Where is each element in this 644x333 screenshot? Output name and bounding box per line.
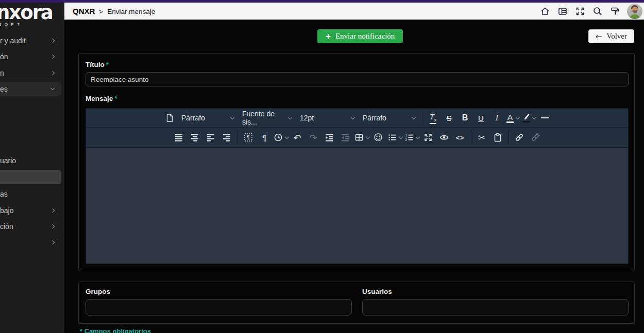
search-icon[interactable] (592, 6, 603, 17)
sidebar-item-expanded[interactable]: es (0, 82, 61, 96)
editor-content-area[interactable] (86, 148, 628, 264)
italic-icon[interactable]: I (489, 111, 505, 125)
plus-icon: + (326, 32, 331, 41)
accent-strip (0, 0, 644, 3)
paragraph-marks-icon[interactable]: ¶ (257, 130, 273, 145)
layout-icon[interactable] (557, 6, 568, 17)
chevron-down-icon (516, 115, 520, 119)
breadcrumb-separator: > (99, 8, 103, 15)
chevron-right-icon (50, 208, 55, 213)
svg-text:1: 1 (405, 133, 407, 137)
chevron-down-icon (415, 134, 419, 138)
grupos-label: Grupos (86, 288, 352, 295)
sidebar-item-usuario[interactable]: uario (0, 153, 61, 168)
toolbar-separator (422, 111, 422, 125)
align-right-icon[interactable] (219, 130, 235, 145)
source-code-icon[interactable]: <> (452, 130, 468, 145)
usuarios-input[interactable] (362, 299, 629, 316)
sidebar-item-2[interactable]: ón (0, 49, 61, 64)
chevron-down-icon (398, 134, 402, 138)
chevron-down-icon (532, 115, 536, 119)
rich-text-editor: Párrafo Fuente de sis... 12pt Párrafo (86, 108, 629, 264)
align-justify-icon[interactable] (171, 130, 187, 145)
home-icon[interactable] (539, 6, 551, 17)
redo-icon[interactable]: ↷ (306, 130, 321, 145)
chevron-right-icon (50, 240, 55, 244)
svg-text:¶: ¶ (247, 135, 249, 141)
chevron-right-icon (50, 224, 55, 229)
bullet-list-icon[interactable] (386, 130, 403, 145)
text-color-icon[interactable]: A (505, 111, 521, 125)
highlight-color-bar (522, 121, 530, 122)
avatar-shirt (630, 14, 640, 19)
emoticons-icon[interactable]: ☺ (370, 130, 386, 145)
underline-icon[interactable]: U (473, 111, 489, 125)
chevron-down-icon (50, 86, 55, 90)
indent-icon[interactable] (321, 130, 337, 145)
paste-icon[interactable] (490, 130, 506, 145)
align-center-icon[interactable] (187, 130, 203, 145)
app-logo: nxora SOFT (0, 4, 64, 27)
bold-icon[interactable]: B (457, 111, 473, 125)
sidebar-item-9[interactable]: ción (0, 219, 61, 234)
titulo-input[interactable] (86, 72, 629, 86)
chevron-down-icon (365, 134, 369, 138)
blocks-dropdown[interactable]: Párrafo (177, 111, 238, 125)
mensaje-label: Mensaje* (86, 95, 629, 102)
align-left-icon[interactable] (203, 130, 219, 145)
grupos-field: Grupos (86, 287, 352, 316)
new-document-icon[interactable] (161, 111, 177, 125)
highlight-color-icon[interactable] (521, 111, 537, 125)
sidebar-item-trabajo[interactable]: bajo (0, 203, 61, 218)
font-size-dropdown[interactable]: 12pt (296, 111, 359, 125)
user-avatar[interactable] (627, 4, 642, 19)
unlink-icon[interactable] (528, 130, 544, 145)
titulo-label: Título* (86, 61, 629, 68)
link-icon[interactable] (512, 130, 528, 145)
required-asterisk: * (114, 95, 117, 102)
usuarios-label: Usuarios (362, 288, 629, 295)
font-family-dropdown[interactable]: Fuente de sis... (238, 111, 296, 125)
show-blocks-icon[interactable]: ¶ (241, 130, 257, 145)
toolbar-separator (471, 131, 471, 145)
send-notification-button[interactable]: + Enviar notificación (317, 29, 403, 43)
styles-dropdown[interactable]: Párrafo (359, 111, 419, 125)
topbar-icons (539, 4, 642, 19)
sidebar-item-active[interactable] (0, 170, 61, 184)
paint-roller-icon[interactable] (609, 6, 621, 17)
recipients-panel: Grupos Usuarios (78, 282, 635, 324)
editor-toolbar-row2: ¶ ¶ ↶ ↷ (86, 128, 628, 148)
sidebar-item-7[interactable]: as (0, 187, 61, 201)
sidebar: nxora SOFT r y audit ón n es uario as ba… (0, 3, 64, 333)
logo-text: nxora (0, 4, 64, 22)
message-form-panel: Título* Mensaje* Párrafo Fuente de sis..… (78, 53, 635, 271)
sidebar-item-10[interactable] (0, 235, 61, 250)
sidebar-item-audit[interactable]: r y audit (0, 33, 61, 48)
toolbar-separator (509, 131, 509, 145)
back-button-label: Volver (606, 32, 627, 41)
toolbar-separator (238, 131, 238, 145)
table-icon[interactable] (353, 130, 370, 145)
clear-formatting-icon[interactable]: Tx (425, 111, 441, 125)
main-content: + Enviar notificación ← Volver Título* M… (64, 20, 644, 333)
svg-text:2: 2 (405, 138, 407, 142)
breadcrumb-root[interactable]: QNXR (73, 7, 95, 15)
editor-toolbar-row1: Párrafo Fuente de sis... 12pt Párrafo (86, 109, 628, 128)
chevron-right-icon (50, 55, 55, 59)
cut-icon[interactable]: ✂ (474, 130, 490, 145)
topbar: QNXR > Enviar mensaje (64, 3, 644, 20)
fullscreen-icon[interactable] (420, 130, 436, 145)
chevron-down-icon (412, 115, 416, 119)
numbered-list-icon[interactable]: 1 2 (403, 130, 420, 145)
required-asterisk: * (106, 61, 109, 68)
sidebar-item-3[interactable]: n (0, 66, 61, 80)
back-button[interactable]: ← Volver (588, 29, 634, 43)
expand-icon[interactable] (574, 6, 586, 17)
horizontal-rule-icon[interactable] (537, 111, 553, 125)
outdent-icon[interactable] (337, 130, 353, 145)
strikethrough-icon[interactable]: S (441, 111, 457, 125)
preview-icon[interactable] (436, 130, 452, 145)
undo-icon[interactable]: ↶ (290, 130, 306, 145)
grupos-input[interactable] (86, 299, 352, 316)
insert-datetime-icon[interactable] (273, 130, 290, 145)
